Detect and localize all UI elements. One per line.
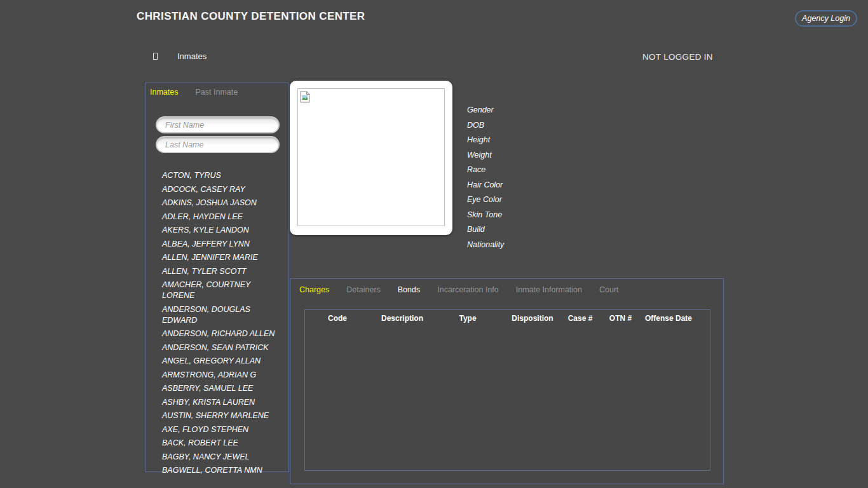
inmates-nav-row[interactable]: Inmates <box>153 51 207 61</box>
details-tab[interactable]: Incarceration Info <box>437 285 499 294</box>
details-tab[interactable]: Detainers <box>346 285 381 294</box>
inmate-list-item[interactable]: ANDERSON, SEAN PATRICK <box>162 342 285 353</box>
inmate-list-item[interactable]: AUSTIN, SHERRY MARLENE <box>162 410 285 421</box>
search-panel-tabs: Inmates Past Inmate <box>150 88 238 97</box>
charges-column-header: Type <box>435 312 501 325</box>
inmate-list-item[interactable]: BAGBY, NANCY JEWEL <box>162 452 285 463</box>
inmate-list-item[interactable]: ADCOCK, CASEY RAY <box>162 184 285 195</box>
profile-attribute-label: Hair Color <box>467 178 504 193</box>
charges-table: Code Description Type Disposition Case #… <box>304 309 710 471</box>
inmate-details-panel: Charges Detainers Bonds Incarceration In… <box>290 278 724 484</box>
inmate-list-item[interactable]: ACTON, TYRUS <box>162 170 285 181</box>
search-panel-tab[interactable]: Inmates <box>150 88 178 97</box>
last-name-input[interactable] <box>156 136 280 153</box>
inmate-list: ACTON, TYRUS ADCOCK, CASEY RAY ADKINS, J… <box>162 170 285 479</box>
profile-attribute-label: DOB <box>467 118 504 133</box>
profile-attribute-label: Gender <box>467 103 504 118</box>
inmate-list-item[interactable]: AKERS, KYLE LANDON <box>162 225 285 236</box>
inmate-list-item[interactable]: ADLER, HAYDEN LEE <box>162 212 285 222</box>
profile-attribute-label: Height <box>467 133 504 148</box>
profile-attribute-list: Gender DOB Height Weight Race Hair Color… <box>467 103 504 252</box>
login-status: NOT LOGGED IN <box>642 52 713 62</box>
inmate-list-item[interactable]: AMACHER, COURTNEY LORENE <box>162 280 285 301</box>
charges-column-header: Description <box>370 312 435 325</box>
placeholder-glyph-icon <box>153 53 158 60</box>
charges-column-header: Code <box>305 312 370 325</box>
inmate-list-item[interactable]: ALBEA, JEFFERY LYNN <box>162 239 285 250</box>
inmate-list-item[interactable]: ANDERSON, RICHARD ALLEN <box>162 329 285 339</box>
profile-attribute-label: Race <box>467 163 504 178</box>
broken-image-icon <box>300 91 310 103</box>
inmate-list-item[interactable]: ALLEN, TYLER SCOTT <box>162 266 285 277</box>
inmate-photo-card <box>290 81 452 235</box>
inmates-nav-label: Inmates <box>177 51 207 61</box>
charges-table-header: Code Description Type Disposition Case #… <box>305 312 710 325</box>
agency-login-button[interactable]: Agency Login <box>795 10 857 27</box>
inmate-list-item[interactable]: BAGWELL, CORETTA NMN <box>162 465 285 476</box>
charges-column-header: Case # <box>564 312 596 325</box>
detention-center-app: CHRISTIAN COUNTY DETENTION CENTER Agency… <box>0 0 868 488</box>
inmate-list-item[interactable]: ASHBY, KRISTA LAUREN <box>162 397 285 408</box>
profile-attribute-label: Weight <box>467 148 504 163</box>
inmate-list-item[interactable]: BACK, ROBERT LEE <box>162 438 285 449</box>
details-tabs: Charges Detainers Bonds Incarceration In… <box>299 285 619 294</box>
profile-attribute-label: Nationality <box>467 238 504 253</box>
inmate-list-item[interactable]: ADKINS, JOSHUA JASON <box>162 198 285 208</box>
details-tab[interactable]: Court <box>599 285 619 294</box>
inmate-list-item[interactable]: ANDERSON, DOUGLAS EDWARD <box>162 304 285 326</box>
search-panel-tab[interactable]: Past Inmate <box>195 88 238 97</box>
inmate-list-item[interactable]: ARMSTRONG, ADRIAN G <box>162 370 285 381</box>
details-tab[interactable]: Inmate Information <box>516 285 582 294</box>
page-title: CHRISTIAN COUNTY DETENTION CENTER <box>137 10 365 23</box>
inmate-search-panel: Inmates Past Inmate ACTON, TYRUS ADCOCK,… <box>145 83 289 472</box>
inmate-list-item[interactable]: ANGEL, GREGORY ALLAN <box>162 356 285 367</box>
profile-attribute-label: Skin Tone <box>467 208 504 223</box>
details-tab[interactable]: Bonds <box>398 285 420 294</box>
inmate-list-item[interactable]: AXE, FLOYD STEPHEN <box>162 424 285 435</box>
first-name-input[interactable] <box>156 116 280 133</box>
inmate-list-item[interactable]: ASBERRY, SAMUEL LEE <box>162 383 285 394</box>
inmate-photo-placeholder <box>297 88 445 226</box>
inmate-list-item[interactable]: ALLEN, JENNIFER MARIE <box>162 252 285 263</box>
charges-column-header: OTN # <box>596 312 645 325</box>
profile-attribute-label: Eye Color <box>467 193 504 208</box>
charges-column-header: Offense Date <box>645 312 692 325</box>
charges-column-header: Disposition <box>501 312 564 325</box>
profile-attribute-label: Build <box>467 222 504 238</box>
details-tab[interactable]: Charges <box>299 285 329 294</box>
